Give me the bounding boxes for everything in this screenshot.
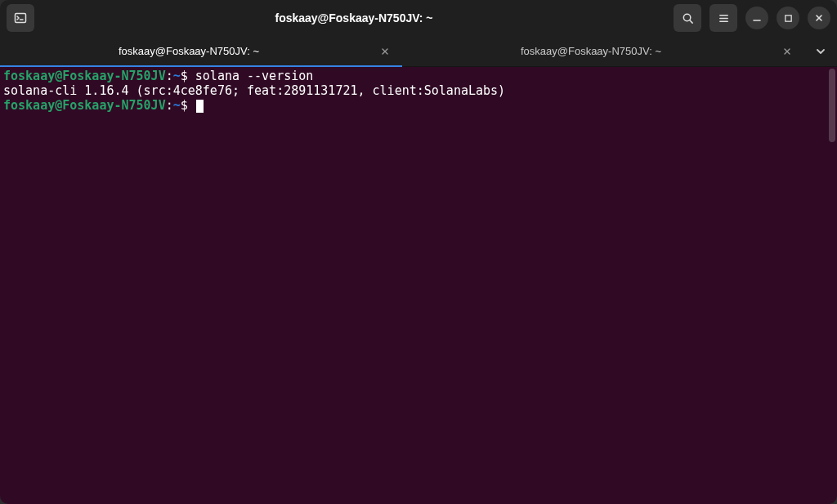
chevron-down-icon: [815, 46, 826, 57]
tab-close-button[interactable]: [780, 44, 794, 59]
prompt-line: foskaay@Foskaay-N750JV:~$ solana --versi…: [3, 69, 834, 83]
tab-close-button[interactable]: [378, 44, 392, 59]
tab-2[interactable]: foskaay@Foskaay-N750JV: ~: [402, 36, 804, 66]
prompt-separator: :: [166, 98, 173, 113]
prompt-path: ~: [173, 69, 181, 83]
prompt-line: foskaay@Foskaay-N750JV:~$: [3, 98, 834, 113]
tabbar: foskaay@Foskaay-N750JV: ~ foskaay@Foskaa…: [0, 36, 837, 67]
new-tab-button[interactable]: [7, 4, 34, 32]
maximize-button[interactable]: [777, 7, 799, 29]
window-title: foskaay@Foskaay-N750JV: ~: [41, 11, 667, 25]
tab-dropdown-button[interactable]: [804, 36, 837, 66]
prompt-user-host: foskaay@Foskaay-N750JV: [3, 98, 166, 113]
close-icon: [814, 13, 824, 23]
close-button[interactable]: [808, 7, 830, 29]
search-icon: [682, 12, 694, 25]
search-button[interactable]: [674, 4, 701, 32]
titlebar: foskaay@Foskaay-N750JV: ~: [0, 0, 837, 36]
menu-button[interactable]: [709, 4, 737, 32]
svg-rect-0: [16, 14, 26, 23]
prompt-path: ~: [173, 98, 181, 113]
tab-title: foskaay@Foskaay-N750JV: ~: [412, 45, 770, 57]
prompt-user-host: foskaay@Foskaay-N750JV: [3, 69, 166, 83]
tab-1[interactable]: foskaay@Foskaay-N750JV: ~: [0, 36, 402, 66]
prompt-symbol: $: [181, 69, 188, 83]
maximize-icon: [784, 14, 793, 23]
prompt-separator: :: [166, 69, 173, 83]
hamburger-icon: [718, 12, 730, 25]
prompt-symbol: $: [181, 98, 188, 113]
minimize-icon: [752, 13, 762, 23]
minimize-button[interactable]: [745, 7, 768, 29]
close-icon: [783, 47, 791, 56]
svg-line-3: [689, 20, 692, 22]
terminal-icon: [14, 11, 27, 25]
command-text: solana --version: [195, 69, 314, 83]
cursor: [196, 100, 204, 113]
scrollbar-thumb[interactable]: [829, 69, 835, 142]
svg-rect-8: [785, 15, 790, 20]
tab-title: foskaay@Foskaay-N750JV: ~: [10, 45, 368, 57]
close-icon: [381, 47, 389, 56]
terminal-viewport[interactable]: foskaay@Foskaay-N750JV:~$ solana --versi…: [0, 67, 837, 504]
output-line: solana-cli 1.16.4 (src:4ce8fe76; feat:28…: [3, 83, 834, 98]
titlebar-left: [7, 4, 34, 32]
titlebar-right: [674, 4, 830, 32]
